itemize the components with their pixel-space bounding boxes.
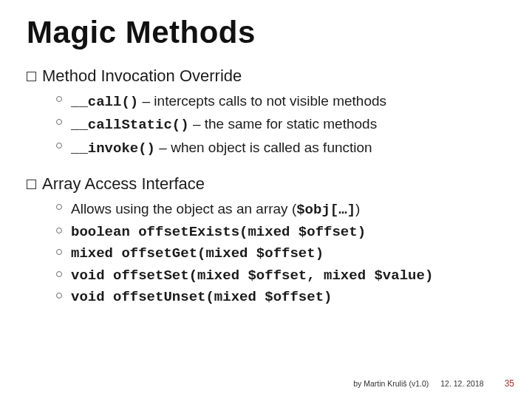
code: __invoke() [71,140,155,157]
list-item: void offsetUnset(mixed $offset) [56,287,505,308]
code: __callStatic() [71,117,189,133]
bullet-icon [56,293,62,299]
text-pre: Allows using the object as an array ( [71,201,296,216]
footer-date: 12. 12. 2018 [440,379,483,388]
code: $obj[…] [296,202,355,218]
checkbox-icon [27,72,36,81]
bullet-icon [56,249,62,255]
checkbox-icon [27,180,36,189]
code-line: void offsetUnset(mixed $offset) [71,287,332,308]
slide: Magic Methods Method Invocation Override… [0,0,532,399]
list-item: __callStatic() – the same for static met… [56,113,505,136]
list-item: mixed offsetGet(mixed $offset) [56,243,505,265]
sublist-method-invocation: __call() – intercepts calls to not visib… [56,90,505,160]
footer-author: by Martin Kruliš (v1.0) [353,379,429,388]
bullet-icon [56,228,62,233]
section-heading-array-access: Array Access Interface [27,174,505,194]
section-label-pre: Method [42,66,96,85]
code-line: mixed offsetGet(mixed $offset) [71,243,324,265]
list-item: Allows using the object as an array ($ob… [56,198,505,221]
page-number: 35 [505,378,514,389]
desc: – when object is called as function [155,140,372,155]
section-label-post: Invocation Override [96,66,242,85]
bullet-icon [56,204,62,210]
list-item: boolean offsetExists(mixed $offset) [56,222,505,243]
code-line: void offsetSet(mixed $offset, mixed $val… [71,265,433,287]
bullet-icon [56,143,62,149]
bullet-icon [56,271,62,277]
footer: by Martin Kruliš (v1.0) 12. 12. 2018 35 [353,378,514,389]
bullet-icon [56,119,62,125]
text-post: ) [355,201,360,216]
desc: – the same for static methods [189,116,378,132]
code: __call() [71,94,138,110]
list-item: __invoke() – when object is called as fu… [56,137,505,160]
list-item: void offsetSet(mixed $offset, mixed $val… [56,265,505,287]
desc: – intercepts calls to not visible method… [138,93,386,109]
section-label-pre: Array [42,174,81,193]
slide-title: Magic Methods [27,15,505,50]
section-heading-method-invocation: Method Invocation Override [27,66,505,86]
bullet-icon [56,96,62,102]
sublist-array-access: Allows using the object as an array ($ob… [56,198,505,308]
code-line: boolean offsetExists(mixed $offset) [71,222,366,243]
section-label-post: Access Interface [81,174,205,193]
list-item: __call() – intercepts calls to not visib… [56,90,505,113]
